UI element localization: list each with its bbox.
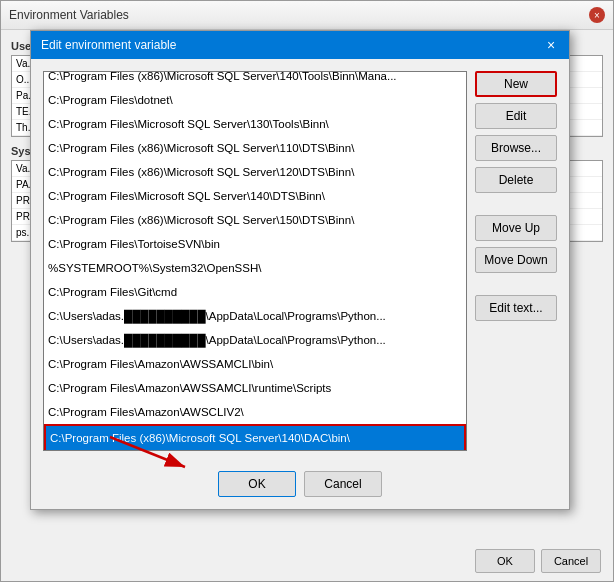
env-var-list[interactable]: C:\Program Files (x86)\Microsoft SQL Ser…: [43, 71, 467, 451]
dialog-close-button[interactable]: ×: [543, 37, 559, 53]
list-item[interactable]: C:\Program Files (x86)\Microsoft SQL Ser…: [44, 424, 466, 451]
move-down-button[interactable]: Move Down: [475, 247, 557, 273]
ok-button[interactable]: OK: [218, 471, 296, 497]
list-item[interactable]: C:\Program Files\dotnet\: [44, 88, 466, 112]
list-item[interactable]: C:\Program Files\Amazon\AWSSAMCLI\bin\: [44, 352, 466, 376]
dialog-footer: OK Cancel: [31, 463, 569, 509]
list-item[interactable]: C:\Program Files\Microsoft SQL Server\14…: [44, 184, 466, 208]
edit-text-button[interactable]: Edit text...: [475, 295, 557, 321]
list-item[interactable]: C:\Program Files\Amazon\AWSCLIV2\: [44, 400, 466, 424]
list-item[interactable]: C:\Program Files\Amazon\AWSSAMCLI\runtim…: [44, 376, 466, 400]
bg-cancel-button[interactable]: Cancel: [541, 549, 601, 573]
new-button[interactable]: New: [475, 71, 557, 97]
list-item[interactable]: C:\Program Files (x86)\Microsoft SQL Ser…: [44, 160, 466, 184]
list-item[interactable]: C:\Program Files\Git\cmd: [44, 280, 466, 304]
list-item[interactable]: %SYSTEMROOT%\System32\OpenSSH\: [44, 256, 466, 280]
bg-ok-button[interactable]: OK: [475, 549, 535, 573]
bg-title: Environment Variables: [9, 8, 129, 22]
edit-env-dialog: Edit environment variable × C:\Program F…: [30, 30, 570, 510]
buttons-panel: New Edit Browse... Delete Move Up Move D…: [475, 71, 557, 451]
list-item[interactable]: C:\Program Files (x86)\Microsoft SQL Ser…: [44, 208, 466, 232]
move-up-button[interactable]: Move Up: [475, 215, 557, 241]
browse-button[interactable]: Browse...: [475, 135, 557, 161]
cancel-button[interactable]: Cancel: [304, 471, 382, 497]
list-item[interactable]: C:\Program Files\Microsoft SQL Server\13…: [44, 112, 466, 136]
dialog-titlebar: Edit environment variable ×: [31, 31, 569, 59]
list-item[interactable]: C:\Program Files (x86)\Microsoft SQL Ser…: [44, 136, 466, 160]
edit-button[interactable]: Edit: [475, 103, 557, 129]
bg-titlebar: Environment Variables ×: [1, 1, 613, 30]
list-item[interactable]: C:\Users\adas.██████████\AppData\Local\P…: [44, 304, 466, 328]
bg-footer: OK Cancel: [475, 549, 601, 573]
bg-close-button[interactable]: ×: [589, 7, 605, 23]
dialog-body: C:\Program Files (x86)\Microsoft SQL Ser…: [31, 59, 569, 463]
delete-button[interactable]: Delete: [475, 167, 557, 193]
list-item[interactable]: C:\Program Files\TortoiseSVN\bin: [44, 232, 466, 256]
list-item[interactable]: C:\Users\adas.██████████\AppData\Local\P…: [44, 328, 466, 352]
dialog-title: Edit environment variable: [41, 38, 176, 52]
list-item[interactable]: C:\Program Files (x86)\Microsoft SQL Ser…: [44, 71, 466, 88]
